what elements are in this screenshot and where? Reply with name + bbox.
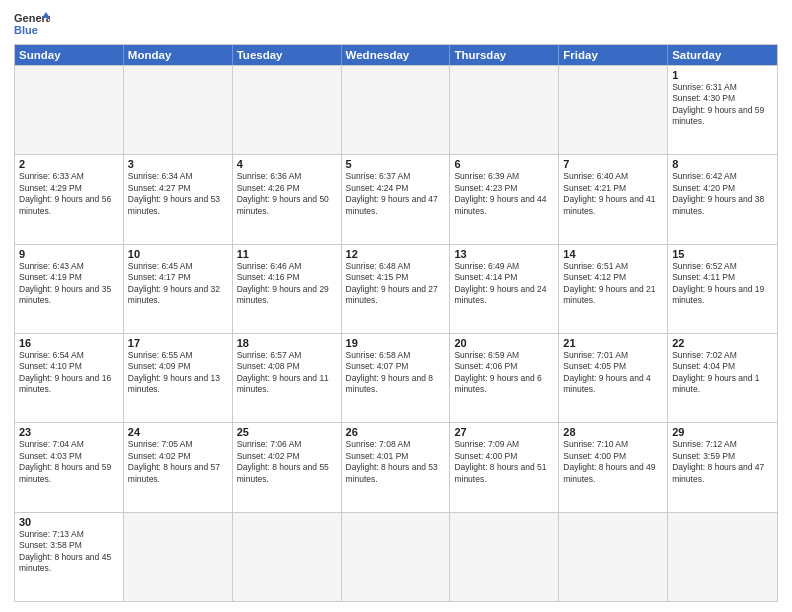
calendar-row: 9Sunrise: 6:43 AMSunset: 4:19 PMDaylight…: [15, 244, 777, 333]
day-number: 20: [454, 337, 554, 349]
day-sun-info: Sunrise: 6:31 AMSunset: 4:30 PMDaylight:…: [672, 82, 773, 128]
calendar-cell: [124, 66, 233, 154]
calendar-cell: 28Sunrise: 7:10 AMSunset: 4:00 PMDayligh…: [559, 423, 668, 511]
day-number: 3: [128, 158, 228, 170]
day-sun-info: Sunrise: 7:08 AMSunset: 4:01 PMDaylight:…: [346, 439, 446, 485]
day-sun-info: Sunrise: 6:48 AMSunset: 4:15 PMDaylight:…: [346, 261, 446, 307]
day-of-week-header: Wednesday: [342, 45, 451, 65]
logo: General Blue: [14, 10, 50, 38]
calendar-cell: [233, 66, 342, 154]
calendar-cell: 1Sunrise: 6:31 AMSunset: 4:30 PMDaylight…: [668, 66, 777, 154]
day-sun-info: Sunrise: 6:43 AMSunset: 4:19 PMDaylight:…: [19, 261, 119, 307]
day-sun-info: Sunrise: 6:59 AMSunset: 4:06 PMDaylight:…: [454, 350, 554, 396]
day-sun-info: Sunrise: 6:40 AMSunset: 4:21 PMDaylight:…: [563, 171, 663, 217]
calendar-row: 16Sunrise: 6:54 AMSunset: 4:10 PMDayligh…: [15, 333, 777, 422]
calendar: SundayMondayTuesdayWednesdayThursdayFrid…: [14, 44, 778, 602]
calendar-cell: 11Sunrise: 6:46 AMSunset: 4:16 PMDayligh…: [233, 245, 342, 333]
day-of-week-header: Friday: [559, 45, 668, 65]
day-number: 8: [672, 158, 773, 170]
calendar-cell: 15Sunrise: 6:52 AMSunset: 4:11 PMDayligh…: [668, 245, 777, 333]
day-number: 29: [672, 426, 773, 438]
calendar-cell: 13Sunrise: 6:49 AMSunset: 4:14 PMDayligh…: [450, 245, 559, 333]
calendar-cell: 21Sunrise: 7:01 AMSunset: 4:05 PMDayligh…: [559, 334, 668, 422]
calendar-cell: 2Sunrise: 6:33 AMSunset: 4:29 PMDaylight…: [15, 155, 124, 243]
day-number: 24: [128, 426, 228, 438]
day-sun-info: Sunrise: 6:39 AMSunset: 4:23 PMDaylight:…: [454, 171, 554, 217]
day-sun-info: Sunrise: 7:13 AMSunset: 3:58 PMDaylight:…: [19, 529, 119, 575]
day-of-week-header: Tuesday: [233, 45, 342, 65]
calendar-cell: 6Sunrise: 6:39 AMSunset: 4:23 PMDaylight…: [450, 155, 559, 243]
calendar-cell: 14Sunrise: 6:51 AMSunset: 4:12 PMDayligh…: [559, 245, 668, 333]
day-sun-info: Sunrise: 6:49 AMSunset: 4:14 PMDaylight:…: [454, 261, 554, 307]
calendar-cell: 19Sunrise: 6:58 AMSunset: 4:07 PMDayligh…: [342, 334, 451, 422]
day-sun-info: Sunrise: 6:58 AMSunset: 4:07 PMDaylight:…: [346, 350, 446, 396]
day-number: 1: [672, 69, 773, 81]
day-sun-info: Sunrise: 6:46 AMSunset: 4:16 PMDaylight:…: [237, 261, 337, 307]
day-number: 18: [237, 337, 337, 349]
day-number: 13: [454, 248, 554, 260]
day-number: 7: [563, 158, 663, 170]
calendar-cell: 3Sunrise: 6:34 AMSunset: 4:27 PMDaylight…: [124, 155, 233, 243]
day-sun-info: Sunrise: 7:10 AMSunset: 4:00 PMDaylight:…: [563, 439, 663, 485]
generalblue-logo-icon: General Blue: [14, 10, 50, 38]
calendar-cell: [342, 66, 451, 154]
calendar-cell: [559, 66, 668, 154]
calendar-cell: 24Sunrise: 7:05 AMSunset: 4:02 PMDayligh…: [124, 423, 233, 511]
day-number: 19: [346, 337, 446, 349]
calendar-cell: 29Sunrise: 7:12 AMSunset: 3:59 PMDayligh…: [668, 423, 777, 511]
day-number: 23: [19, 426, 119, 438]
day-number: 12: [346, 248, 446, 260]
day-sun-info: Sunrise: 6:45 AMSunset: 4:17 PMDaylight:…: [128, 261, 228, 307]
day-of-week-header: Monday: [124, 45, 233, 65]
calendar-cell: [233, 513, 342, 601]
day-number: 10: [128, 248, 228, 260]
day-sun-info: Sunrise: 6:36 AMSunset: 4:26 PMDaylight:…: [237, 171, 337, 217]
day-number: 16: [19, 337, 119, 349]
calendar-cell: 18Sunrise: 6:57 AMSunset: 4:08 PMDayligh…: [233, 334, 342, 422]
day-sun-info: Sunrise: 7:05 AMSunset: 4:02 PMDaylight:…: [128, 439, 228, 485]
calendar-cell: 30Sunrise: 7:13 AMSunset: 3:58 PMDayligh…: [15, 513, 124, 601]
calendar-cell: 10Sunrise: 6:45 AMSunset: 4:17 PMDayligh…: [124, 245, 233, 333]
calendar-cell: 8Sunrise: 6:42 AMSunset: 4:20 PMDaylight…: [668, 155, 777, 243]
calendar-body: 1Sunrise: 6:31 AMSunset: 4:30 PMDaylight…: [15, 65, 777, 601]
calendar-cell: 5Sunrise: 6:37 AMSunset: 4:24 PMDaylight…: [342, 155, 451, 243]
calendar-cell: [342, 513, 451, 601]
calendar-cell: [124, 513, 233, 601]
day-sun-info: Sunrise: 6:54 AMSunset: 4:10 PMDaylight:…: [19, 350, 119, 396]
day-of-week-header: Saturday: [668, 45, 777, 65]
header: General Blue: [14, 10, 778, 38]
day-number: 9: [19, 248, 119, 260]
calendar-cell: 20Sunrise: 6:59 AMSunset: 4:06 PMDayligh…: [450, 334, 559, 422]
calendar-row: 30Sunrise: 7:13 AMSunset: 3:58 PMDayligh…: [15, 512, 777, 601]
day-of-week-header: Sunday: [15, 45, 124, 65]
day-sun-info: Sunrise: 7:02 AMSunset: 4:04 PMDaylight:…: [672, 350, 773, 396]
calendar-cell: 12Sunrise: 6:48 AMSunset: 4:15 PMDayligh…: [342, 245, 451, 333]
day-number: 17: [128, 337, 228, 349]
day-number: 27: [454, 426, 554, 438]
calendar-cell: 25Sunrise: 7:06 AMSunset: 4:02 PMDayligh…: [233, 423, 342, 511]
day-number: 25: [237, 426, 337, 438]
calendar-cell: [450, 513, 559, 601]
day-number: 30: [19, 516, 119, 528]
calendar-cell: [450, 66, 559, 154]
day-number: 5: [346, 158, 446, 170]
calendar-cell: 27Sunrise: 7:09 AMSunset: 4:00 PMDayligh…: [450, 423, 559, 511]
calendar-row: 23Sunrise: 7:04 AMSunset: 4:03 PMDayligh…: [15, 422, 777, 511]
calendar-row: 1Sunrise: 6:31 AMSunset: 4:30 PMDaylight…: [15, 65, 777, 154]
calendar-cell: 23Sunrise: 7:04 AMSunset: 4:03 PMDayligh…: [15, 423, 124, 511]
calendar-cell: 7Sunrise: 6:40 AMSunset: 4:21 PMDaylight…: [559, 155, 668, 243]
calendar-cell: [668, 513, 777, 601]
calendar-cell: 26Sunrise: 7:08 AMSunset: 4:01 PMDayligh…: [342, 423, 451, 511]
svg-text:Blue: Blue: [14, 24, 38, 36]
day-sun-info: Sunrise: 6:57 AMSunset: 4:08 PMDaylight:…: [237, 350, 337, 396]
calendar-page: General Blue SundayMondayTuesdayWednesda…: [0, 0, 792, 612]
day-sun-info: Sunrise: 6:37 AMSunset: 4:24 PMDaylight:…: [346, 171, 446, 217]
day-number: 11: [237, 248, 337, 260]
calendar-cell: [559, 513, 668, 601]
calendar-cell: 16Sunrise: 6:54 AMSunset: 4:10 PMDayligh…: [15, 334, 124, 422]
calendar-row: 2Sunrise: 6:33 AMSunset: 4:29 PMDaylight…: [15, 154, 777, 243]
day-sun-info: Sunrise: 6:55 AMSunset: 4:09 PMDaylight:…: [128, 350, 228, 396]
day-sun-info: Sunrise: 6:33 AMSunset: 4:29 PMDaylight:…: [19, 171, 119, 217]
calendar-cell: 9Sunrise: 6:43 AMSunset: 4:19 PMDaylight…: [15, 245, 124, 333]
day-sun-info: Sunrise: 7:09 AMSunset: 4:00 PMDaylight:…: [454, 439, 554, 485]
